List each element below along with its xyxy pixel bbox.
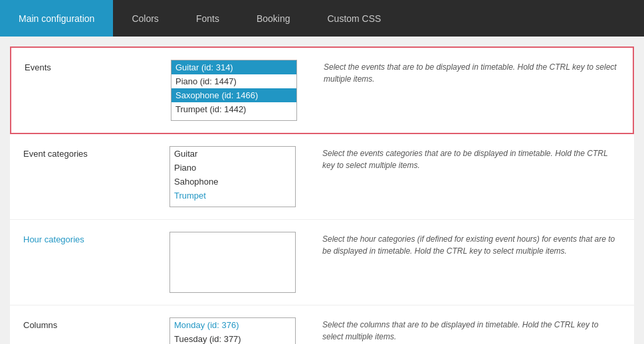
nav-label-colors: Colors (132, 13, 158, 24)
hour-categories-row: Hour categories Select the hour categori… (10, 220, 634, 305)
list-item[interactable]: Piano (id: 1447) (171, 74, 296, 88)
events-label: Events (25, 60, 171, 72)
event-categories-description: Select the events categories that are to… (322, 146, 621, 171)
events-description: Select the events that are to be display… (324, 60, 619, 85)
event-categories-list-inner[interactable]: Guitar Piano Sahophone Trumpet (170, 147, 295, 207)
nav-label-booking: Booking (257, 13, 290, 24)
tab-booking[interactable]: Booking (238, 0, 309, 37)
list-item[interactable]: Piano (170, 161, 295, 175)
columns-list[interactable]: Monday (id: 376) Tuesday (id: 377) Wedne… (169, 317, 296, 344)
columns-row: Columns Monday (id: 376) Tuesday (id: 37… (10, 305, 634, 344)
list-item[interactable]: Sahophone (170, 175, 295, 189)
hour-categories-description: Select the hour categories (if defined f… (322, 232, 621, 257)
events-list-inner[interactable]: Guitar (id: 314) Piano (id: 1447) Saxoph… (171, 60, 296, 120)
columns-description: Select the columns that are to be displa… (322, 317, 621, 343)
tab-fonts[interactable]: Fonts (177, 0, 238, 37)
events-row: Events Guitar (id: 314) Piano (id: 1447)… (10, 46, 634, 134)
content-area: Events Guitar (id: 314) Piano (id: 1447)… (10, 46, 634, 344)
list-item[interactable]: Guitar (170, 147, 295, 161)
hour-categories-list-inner[interactable] (170, 232, 295, 292)
event-categories-row: Event categories Guitar Piano Sahophone … (10, 134, 634, 220)
list-item[interactable]: Monday (id: 376) (170, 318, 295, 332)
events-list[interactable]: Guitar (id: 314) Piano (id: 1447) Saxoph… (171, 60, 297, 121)
list-item[interactable]: Guitar (id: 314) (171, 60, 296, 74)
hour-categories-list[interactable] (169, 232, 296, 293)
tab-custom-css[interactable]: Custom CSS (308, 0, 399, 37)
columns-control: Monday (id: 376) Tuesday (id: 377) Wedne… (169, 317, 302, 344)
event-categories-list[interactable]: Guitar Piano Sahophone Trumpet (169, 146, 296, 207)
nav-label-main: Main configuration (19, 13, 94, 24)
nav-bar: Main configuration Colors Fonts Booking … (0, 0, 644, 37)
list-item[interactable]: Trumpet (id: 1442) (171, 102, 296, 116)
columns-list-inner[interactable]: Monday (id: 376) Tuesday (id: 377) Wedne… (170, 318, 295, 344)
tab-main-configuration[interactable]: Main configuration (0, 0, 113, 37)
columns-label: Columns (23, 317, 169, 330)
list-item[interactable]: Trumpet (170, 189, 295, 203)
nav-label-fonts: Fonts (196, 13, 219, 24)
tab-colors[interactable]: Colors (113, 0, 177, 37)
list-item[interactable]: Saxophone (id: 1466) (171, 88, 296, 102)
hour-categories-label: Hour categories (23, 232, 169, 244)
event-categories-control: Guitar Piano Sahophone Trumpet (169, 146, 302, 207)
list-item[interactable]: Tuesday (id: 377) (170, 332, 295, 344)
hour-categories-control (169, 232, 302, 293)
event-categories-label: Event categories (23, 146, 169, 159)
nav-label-custom-css: Custom CSS (327, 13, 381, 24)
events-control: Guitar (id: 314) Piano (id: 1447) Saxoph… (171, 60, 304, 121)
